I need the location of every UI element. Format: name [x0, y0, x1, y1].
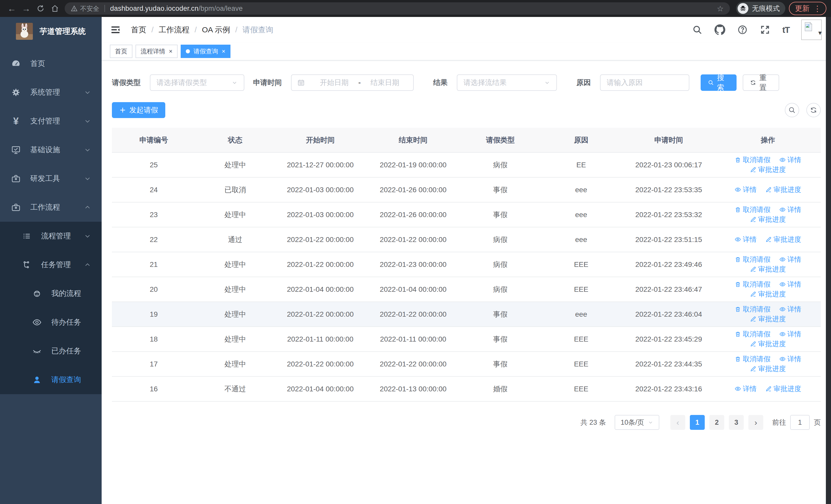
- gear-icon: [11, 87, 21, 97]
- cancel-leave-link[interactable]: 取消请假: [735, 305, 770, 314]
- detail-link[interactable]: 详情: [735, 384, 756, 393]
- sidebar-item-todo-tasks[interactable]: 待办任务: [0, 308, 102, 337]
- app-logo-row[interactable]: 芋道管理系统: [0, 17, 102, 46]
- cell-start-time: 2022-01-03 00:00:00: [275, 177, 366, 202]
- cancel-leave-link[interactable]: 取消请假: [735, 329, 770, 339]
- bookmark-star-icon[interactable]: ☆: [717, 4, 724, 13]
- refresh-icon: [750, 79, 756, 86]
- page-button-1[interactable]: 1: [690, 415, 705, 430]
- cancel-leave-link[interactable]: 取消请假: [735, 205, 770, 214]
- breadcrumb-workflow[interactable]: 工作流程: [159, 25, 190, 35]
- cell-apply-id: 18: [112, 327, 196, 352]
- next-page-button[interactable]: ›: [748, 415, 763, 430]
- page-button-2[interactable]: 2: [709, 415, 724, 430]
- help-icon[interactable]: [737, 24, 748, 35]
- detail-link[interactable]: 详情: [735, 185, 756, 194]
- approval-progress-link[interactable]: 审批进度: [750, 339, 786, 349]
- detail-link[interactable]: 详情: [779, 329, 801, 339]
- reset-button[interactable]: 重置: [743, 75, 779, 91]
- detail-link[interactable]: 详情: [779, 305, 801, 314]
- tag-leave-query[interactable]: 请假查询 ×: [181, 45, 230, 58]
- sidebar-item-home[interactable]: 首页: [0, 49, 102, 78]
- page-button-3[interactable]: 3: [729, 415, 744, 430]
- approval-progress-link[interactable]: 审批进度: [750, 215, 786, 224]
- refresh-table-button[interactable]: [806, 103, 821, 117]
- detail-label: 详情: [743, 185, 756, 194]
- approval-progress-link[interactable]: 审批进度: [750, 314, 786, 324]
- kebab-menu-icon[interactable]: ⋮: [813, 4, 821, 13]
- close-icon[interactable]: ×: [222, 48, 225, 54]
- sidebar-item-payment[interactable]: ¥ 支付管理: [0, 107, 102, 136]
- approval-progress-link[interactable]: 审批进度: [750, 265, 786, 274]
- apply-time-range-picker[interactable]: 开始日期 - 结束日期: [291, 75, 414, 91]
- detail-link[interactable]: 详情: [779, 280, 801, 289]
- home-icon[interactable]: [48, 2, 62, 14]
- leave-table: 申请编号 状态 开始时间 结束时间 请假类型 原因 申请时间 操作 25: [112, 128, 821, 402]
- github-icon[interactable]: [715, 24, 725, 35]
- detail-link[interactable]: 详情: [779, 155, 801, 165]
- start-date-placeholder[interactable]: 开始日期: [312, 78, 357, 88]
- back-icon[interactable]: ←: [5, 2, 19, 14]
- prev-page-button[interactable]: ‹: [670, 415, 685, 430]
- security-warning[interactable]: 不安全: [71, 4, 99, 13]
- approval-progress-link[interactable]: 审批进度: [765, 185, 801, 194]
- approval-progress-link[interactable]: 审批进度: [750, 290, 786, 299]
- fullscreen-icon[interactable]: [760, 24, 770, 35]
- page-scrollbar[interactable]: [826, 17, 831, 504]
- sidebar-item-done-tasks[interactable]: 已办任务: [0, 337, 102, 365]
- breadcrumb-current: 请假查询: [242, 25, 273, 35]
- sidebar-item-system[interactable]: 系统管理: [0, 78, 102, 107]
- sidebar-item-leave-query[interactable]: 请假查询: [0, 365, 102, 394]
- cancel-leave-link[interactable]: 取消请假: [735, 280, 770, 289]
- font-size-icon[interactable]: tT: [782, 25, 790, 35]
- cell-status: 不通过: [196, 377, 275, 402]
- leave-type-select[interactable]: 请选择请假类型: [150, 75, 244, 91]
- cancel-leave-link[interactable]: 取消请假: [735, 354, 770, 364]
- result-select[interactable]: 请选择流结果: [457, 75, 557, 91]
- sidebar-item-my-process[interactable]: 我的流程: [0, 279, 102, 308]
- user-menu[interactable]: ▼: [801, 20, 823, 40]
- detail-link[interactable]: 详情: [779, 354, 801, 364]
- sidebar-item-infra[interactable]: 基础设施: [0, 136, 102, 164]
- approval-progress-link[interactable]: 审批进度: [750, 364, 786, 374]
- close-icon[interactable]: ×: [169, 48, 172, 54]
- cell-reason: EE: [540, 152, 622, 177]
- approval-progress-link[interactable]: 审批进度: [750, 165, 786, 174]
- tag-home[interactable]: 首页: [110, 45, 133, 58]
- page-size-select[interactable]: 10条/页: [615, 415, 659, 430]
- approval-progress-label: 审批进度: [774, 185, 801, 194]
- end-date-placeholder[interactable]: 结束日期: [362, 78, 407, 88]
- cell-end-time: 2022-01-13 00:00:00: [366, 377, 461, 402]
- cell-apply-id: 25: [112, 152, 196, 177]
- search-icon[interactable]: [692, 24, 703, 35]
- show-search-button[interactable]: [785, 103, 799, 117]
- detail-link[interactable]: 详情: [779, 205, 801, 214]
- cancel-leave-link[interactable]: 取消请假: [735, 255, 770, 264]
- update-button[interactable]: 更新 ⋮: [789, 2, 826, 15]
- sidebar-item-task-mgmt[interactable]: 任务管理: [0, 250, 102, 279]
- address-bar[interactable]: 不安全 dashboard.yudao.iocoder.cn /bpm/oa/l…: [65, 2, 730, 14]
- tag-process-detail[interactable]: 流程详情 ×: [136, 45, 178, 58]
- reload-icon[interactable]: [33, 2, 48, 14]
- chevron-down-icon: [84, 175, 91, 182]
- forward-icon[interactable]: →: [19, 2, 33, 14]
- search-button[interactable]: 搜索: [700, 75, 737, 91]
- reason-input[interactable]: 请输入原因: [600, 75, 689, 91]
- create-leave-button[interactable]: 发起请假: [112, 102, 165, 118]
- sidebar-item-workflow[interactable]: 工作流程: [0, 193, 102, 222]
- breadcrumb-oa-example[interactable]: OA 示例: [202, 25, 230, 35]
- approval-progress-link[interactable]: 审批进度: [765, 235, 801, 244]
- approval-progress-link[interactable]: 审批进度: [765, 384, 801, 393]
- sidebar-item-devtools[interactable]: 研发工具: [0, 164, 102, 193]
- pen-icon: [750, 365, 756, 372]
- cancel-leave-link[interactable]: 取消请假: [735, 155, 770, 165]
- sidebar-toggle-icon[interactable]: [110, 24, 121, 35]
- goto-page-input[interactable]: 1: [790, 415, 810, 430]
- main-area: 首页 / 工作流程 / OA 示例 / 请假查询: [102, 17, 831, 504]
- placeholder: 请选择请假类型: [156, 78, 227, 88]
- sidebar-item-process-mgmt[interactable]: 流程管理: [0, 222, 102, 250]
- sidebar-item-label: 我的流程: [51, 289, 81, 299]
- detail-link[interactable]: 详情: [735, 235, 756, 244]
- detail-link[interactable]: 详情: [779, 255, 801, 264]
- breadcrumb-home[interactable]: 首页: [131, 25, 146, 35]
